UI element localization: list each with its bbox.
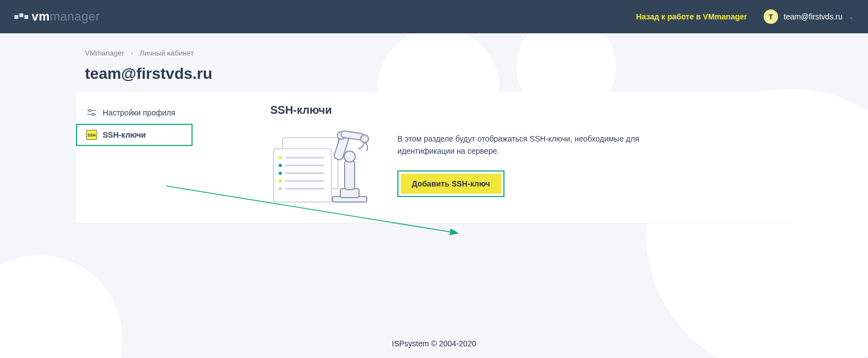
logo-text-bold: vm [32, 9, 50, 24]
svg-point-3 [92, 113, 94, 115]
svg-point-23 [361, 135, 369, 143]
add-ssh-key-highlight: Добавить SSH-ключ [397, 170, 504, 197]
app-logo[interactable]: vmmanager [14, 9, 100, 24]
page-container: VMmanager › Личный кабинет team@firstvds… [76, 44, 792, 223]
ssh-icon: SSH [86, 129, 97, 140]
svg-point-12 [279, 164, 282, 167]
chevron-down-icon: ⌄ [849, 14, 854, 20]
back-to-vmmanager-link[interactable]: Назад к работе в VMmanager [636, 12, 747, 21]
svg-rect-18 [345, 160, 355, 190]
empty-description: В этом разделе будут отображаться SSH-кл… [397, 133, 658, 157]
side-nav: Настройки профиля SSH SSH-ключи [76, 92, 193, 223]
content-card: Настройки профиля SSH SSH-ключи SSH-ключ… [76, 92, 792, 223]
svg-point-15 [279, 187, 282, 190]
nav-profile-settings[interactable]: Настройки профиля [76, 102, 193, 124]
svg-point-14 [279, 179, 282, 183]
footer-copyright: ISPsystem © 2004-2020 [0, 339, 868, 348]
main-content: SSH-ключи [193, 92, 792, 223]
avatar: T [764, 9, 778, 24]
logo-text-light: manager [50, 9, 100, 24]
svg-point-19 [344, 151, 355, 162]
nav-item-label: Настройки профиля [103, 108, 175, 117]
svg-point-11 [279, 156, 282, 159]
sliders-icon [86, 107, 97, 118]
nav-ssh-keys[interactable]: SSH SSH-ключи [76, 124, 193, 146]
logo-mark-icon [14, 15, 28, 19]
svg-point-1 [89, 109, 91, 112]
breadcrumb-sep: › [130, 49, 133, 57]
svg-rect-5 [274, 149, 331, 202]
app-header: vmmanager Назад к работе в VMmanager T t… [0, 0, 868, 33]
breadcrumb-current[interactable]: Личный кабинет [139, 49, 194, 57]
svg-point-13 [279, 172, 282, 175]
breadcrumb-root[interactable]: VMmanager [85, 49, 124, 57]
user-menu[interactable]: T team@firstvds.ru ⌄ [764, 9, 854, 24]
add-ssh-key-button[interactable]: Добавить SSH-ключ [401, 174, 501, 194]
breadcrumb: VMmanager › Личный кабинет [76, 44, 792, 63]
nav-item-label: SSH-ключи [103, 130, 146, 139]
empty-state-illustration [270, 127, 379, 210]
empty-state-text: В этом разделе будут отображаться SSH-кл… [397, 127, 658, 197]
section-heading: SSH-ключи [270, 104, 781, 117]
user-email: team@firstvds.ru [784, 12, 842, 21]
page-title: team@firstvds.ru [76, 63, 792, 92]
